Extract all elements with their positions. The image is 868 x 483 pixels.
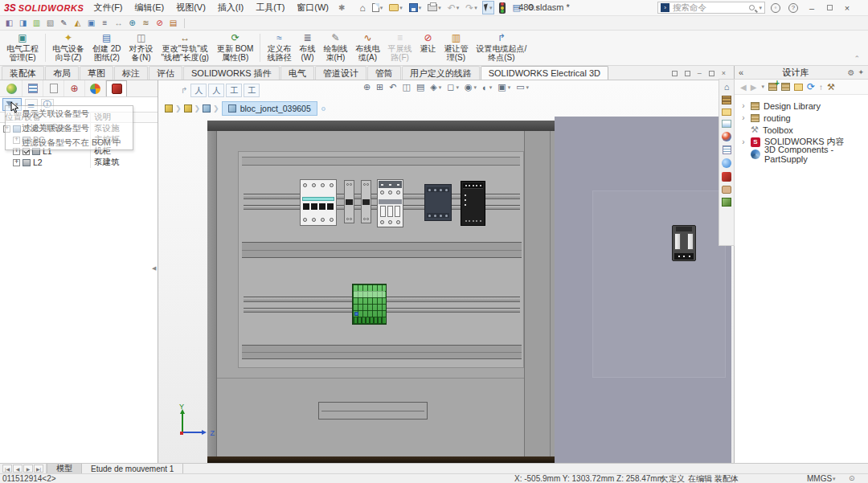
circuit-breaker-4pole[interactable] — [300, 179, 337, 226]
tab-electrical[interactable]: 电气 — [280, 66, 314, 80]
library-item-toolbox[interactable]: ⚒ Toolbox — [740, 124, 868, 136]
ribbon-electrical-manager-button[interactable]: ▣电气工程管理(E) — [2, 31, 43, 65]
motor-starter-3pole[interactable] — [377, 179, 403, 227]
contactor[interactable] — [424, 184, 452, 221]
expand-arrow-icon[interactable]: › — [740, 101, 747, 110]
refresh-icon[interactable]: ⟳ — [807, 81, 815, 92]
edit-appearance-icon[interactable]: ◐▾ — [482, 83, 492, 92]
close-button[interactable]: × — [839, 0, 855, 15]
manufacture-icon[interactable] — [722, 186, 731, 194]
swe-tool-icon-12[interactable]: ⊘ — [154, 18, 166, 29]
mounting-wall[interactable] — [555, 117, 731, 463]
route-segment-button[interactable]: 人 — [190, 84, 207, 97]
expander-icon[interactable] — [13, 159, 20, 166]
menu-insert[interactable]: 插入(I) — [218, 2, 244, 14]
part-icon[interactable] — [203, 104, 211, 113]
swe-tool-icon-1[interactable]: ◧ — [3, 18, 15, 29]
resources-home-icon[interactable]: ⌂ — [724, 82, 730, 92]
home-button[interactable]: ⌂ — [358, 1, 366, 14]
ribbon-align-components-button[interactable]: ◫对齐设备(N) — [125, 31, 158, 65]
swe-tool-icon-11[interactable]: ≋ — [140, 18, 152, 29]
select-button[interactable]: ▾ — [482, 1, 495, 14]
move-up-icon[interactable]: ↑ — [819, 83, 823, 92]
breaker-toggles[interactable] — [302, 203, 334, 210]
tab-tubing[interactable]: 管筒 — [367, 66, 401, 80]
tab-configuration[interactable]: ⊕ — [64, 80, 85, 96]
ribbon-avoid-button[interactable]: ⊘避让 — [416, 31, 440, 65]
library-item-partsupply[interactable]: 3D Components - PartSupply — [740, 148, 868, 160]
ribbon-route-cables-button[interactable]: ∿布线电缆(A) — [351, 31, 383, 65]
tree-row-l2[interactable]: L2 泵建筑 — [0, 157, 158, 168]
new-document-button[interactable]: ▾ — [371, 1, 385, 14]
nav-forward-icon[interactable]: ▶ — [751, 83, 757, 92]
rebuild-button[interactable] — [497, 1, 507, 14]
tab-evaluate[interactable]: 评估 — [149, 66, 182, 80]
mdi-window-icon-2[interactable] — [685, 71, 690, 76]
first-tab-icon[interactable]: |◀ — [2, 465, 12, 473]
print-button[interactable]: ▾ — [426, 1, 443, 14]
terminal-block-green[interactable] — [352, 284, 387, 325]
new-folder-icon[interactable] — [794, 84, 803, 91]
user-account-button[interactable]: ◦ — [768, 0, 784, 15]
tab-property-manager[interactable] — [43, 80, 64, 96]
wire-duct-3[interactable] — [242, 345, 522, 359]
ribbon-route-harness-button[interactable]: ✎绘制线束(H) — [319, 31, 351, 65]
model-tab[interactable]: 模型 — [47, 464, 82, 473]
empty-bottom-rail-slot[interactable] — [318, 402, 428, 420]
ribbon-device-wizard-button[interactable]: ✦电气设备向导(Z) — [48, 31, 88, 65]
expand-arrow-icon[interactable]: › — [740, 137, 747, 146]
swe-tool-icon-3[interactable]: ▥ — [31, 18, 43, 29]
breadcrumb-expand-dot[interactable] — [321, 107, 326, 111]
tab-layout[interactable]: 布局 — [45, 66, 79, 80]
view-orientation-icon[interactable]: ◈▾ — [430, 82, 441, 92]
save-button[interactable]: ▾ — [407, 1, 424, 14]
view-settings-icon[interactable]: ▭▾ — [516, 82, 529, 92]
menu-file[interactable]: 文件(F) — [93, 2, 122, 14]
last-tab-icon[interactable]: ▶| — [34, 465, 43, 473]
menu-pin-icon[interactable]: ✱ — [338, 3, 345, 12]
graphics-viewport[interactable]: ↱ 人 人 工 工 ❯ ❯ ❯ bloc_jonct_039605 ⊕ ⊞ ↶ … — [158, 80, 734, 463]
hide-show-items-icon[interactable]: ◉▾ — [465, 82, 477, 92]
menu-tools[interactable]: 工具(T) — [256, 2, 285, 14]
collapse-pane-icon[interactable]: « — [739, 68, 743, 77]
custom-properties-icon[interactable] — [723, 145, 731, 154]
minimize-button[interactable]: – — [804, 0, 820, 15]
tab-addins[interactable]: SOLIDWORKS 插件 — [183, 66, 280, 80]
restore-button[interactable] — [821, 0, 837, 15]
power-supply[interactable] — [461, 181, 485, 226]
ribbon-create-2d-drawing-button[interactable]: ▤创建 2D图纸(2) — [88, 31, 125, 65]
mdi-restore-icon[interactable] — [709, 71, 714, 76]
floating-component[interactable] — [672, 225, 696, 261]
zoom-to-area-icon[interactable]: ⊞ — [376, 82, 383, 92]
tab-display-manager[interactable] — [85, 80, 106, 96]
din-module-small-2[interactable] — [361, 180, 371, 223]
motion-study-tab[interactable]: Etude de mouvement 1 — [82, 464, 183, 473]
search-command-box[interactable]: › 搜索命令 ▾ — [657, 2, 765, 14]
swe-tool-icon-10[interactable]: ⊕ — [126, 18, 138, 29]
ribbon-avoid-manager-button[interactable]: ▥避让管理(S) — [440, 31, 472, 65]
ribbon-collapse-icon[interactable]: ⌃ — [854, 55, 860, 63]
apply-scene-icon[interactable]: ▣▾ — [497, 82, 510, 92]
din-module-small-1[interactable] — [344, 180, 354, 223]
tab-user-defined-routes[interactable]: 用户定义的线路 — [402, 66, 480, 80]
tab-assembly[interactable]: 装配体 — [2, 66, 44, 80]
add-to-library-icon[interactable] — [768, 83, 777, 91]
electrical-routing-icon[interactable] — [722, 198, 731, 207]
wire-duct-2[interactable] — [242, 242, 522, 258]
library-item-design-library[interactable]: › Design Library — [740, 100, 868, 112]
next-tab-icon[interactable]: ▶ — [23, 465, 33, 473]
swe-tool-icon-6[interactable]: ◭ — [72, 18, 84, 29]
solidworks-forum-icon[interactable] — [722, 172, 731, 182]
file-explorer-icon[interactable] — [722, 108, 731, 116]
appearances-scenes-icon[interactable] — [722, 132, 731, 141]
breadcrumb-selected-part[interactable]: bloc_jonct_039605 — [222, 101, 317, 116]
tab-piping[interactable]: 管道设计 — [315, 66, 366, 80]
annotation-view-icon[interactable]: ▤ — [416, 82, 424, 92]
swe-tool-icon-2[interactable]: ◨ — [17, 18, 29, 29]
filter-menu-item[interactable]: 过滤关联设备型号 — [6, 121, 133, 135]
top-wire-duct[interactable] — [242, 157, 520, 166]
swe-tool-icon-4[interactable]: ▧ — [44, 18, 56, 29]
ribbon-update-bom-button[interactable]: ⟳更新 BOM属性(B) — [213, 31, 258, 65]
library-item-routing[interactable]: › routing — [740, 112, 868, 124]
tab-electrical-tree[interactable] — [2, 80, 23, 96]
